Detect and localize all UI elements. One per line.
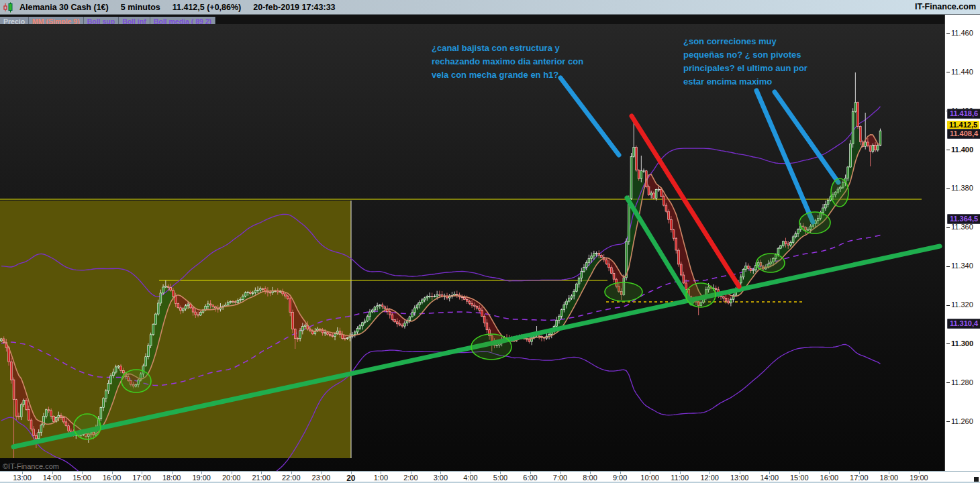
blue-arrow-3[interactable] [775,92,838,182]
x-tick-label: 17:00 [850,474,869,482]
price-chart-svg[interactable] [0,24,944,471]
resize-handle[interactable] [974,477,979,482]
last-price-price-label: 11.412,5 [947,121,979,129]
x-tick-label: 14:00 [43,474,62,482]
tick-label: 11.460 [951,29,973,37]
chart-note-line: ¿son correciones muy [683,35,807,48]
mm9-price-label: 11.408,4 [947,129,980,139]
y-axis-tick: 11.400 [946,146,973,154]
boll-sup-price-label: 11.418,6 [947,109,980,119]
tick-mark [946,343,950,344]
tick-label: 11.400 [951,146,973,154]
instrument-name: Alemania 30 Cash (1€) [19,3,109,12]
x-tick-label: 13:00 [13,474,32,482]
chart-note-line: pequeñas no? ¿ son pivotes [683,48,807,62]
watermark: ©IT-Finance.com [3,462,59,470]
tick-label: 11.300 [951,339,973,347]
pivot-circle[interactable] [686,283,716,307]
tick-mark [946,266,950,267]
pivot-circle[interactable] [799,212,830,233]
chart-note-1[interactable]: ¿canal bajista con estructura yrechazand… [432,42,583,82]
brand-logo: IT-Finance.com [915,2,976,11]
tick-label: 11.380 [951,184,973,192]
tick-label: 11.440 [951,68,973,76]
tick-mark [946,33,950,34]
x-tick-label: 7:00 [553,474,567,482]
x-tick-label: 19:00 [910,474,928,482]
tick-mark [946,227,950,228]
pivot-circle[interactable] [121,370,151,392]
pivot-circle[interactable] [74,414,101,439]
blue-arrow-1[interactable] [560,78,619,155]
y-axis-tick: 11.320 [946,301,973,309]
y-axis-tick: 11.460 [946,29,973,37]
tick-mark [946,150,950,150]
tick-mark [946,305,950,306]
datetime-label: 20-feb-2019 17:43:33 [253,3,335,12]
y-axis-tick: 11.260 [946,417,973,425]
x-tick-label: 13:00 [730,474,749,482]
tick-label: 11.340 [951,262,973,270]
chart-note-line: rechazando maximo dia anterior con [432,55,583,68]
x-tick-label: 4:00 [463,474,477,482]
tick-label: 11.360 [951,223,973,231]
x-tick-label: 1:00 [374,474,388,482]
tick-mark [946,72,950,72]
tick-label: 11.260 [951,417,973,425]
x-tick-label: 6:00 [523,474,537,482]
chart-note-line: vela con mecha grande en h1? [432,68,583,82]
tick-mark [946,421,950,422]
pivot-circle[interactable] [471,334,511,360]
boll-media-price-label: 11.364,5 [947,214,980,224]
tick-label: 11.280 [951,378,973,386]
chart-canvas[interactable]: ¿canal bajista con estructura yrechazand… [0,24,944,471]
x-tick-label: 10:00 [640,474,659,482]
x-tick-label: 19:00 [192,474,211,482]
pivot-circle[interactable] [605,282,642,301]
y-axis-tick: 11.280 [946,378,973,386]
indicator-legend-bar: PrecioMM (Simple 9)Boll supBoll infBoll … [0,15,944,24]
x-tick-label: 20:00 [222,474,241,482]
x-tick-label: 2:00 [403,474,418,482]
x-tick-label: 21:00 [252,474,271,482]
boll-inf-price-label: 11.310,4 [947,319,980,329]
y-axis-tick: 11.380 [946,184,973,192]
x-tick-label: 12:00 [700,474,719,482]
x-tick-label: 14:00 [760,474,779,482]
y-axis-tick: 11.440 [946,68,973,76]
x-tick-label: 8:00 [583,474,597,482]
x-tick-label: 23:00 [312,474,331,482]
chart-note-line: principales? el ultimo aun por [683,62,807,75]
y-axis-tick: 11.340 [946,262,973,270]
pivot-circle[interactable] [831,178,848,207]
x-tick-label: 17:00 [132,474,151,482]
blue-arrow-2[interactable] [756,91,813,222]
x-tick-label: 18:00 [162,474,181,482]
tick-mark [946,382,950,383]
x-tick-label: 22:00 [282,474,301,482]
chart-header-bar: Alemania 30 Cash (1€) 5 minutos 11.412,5… [0,0,980,15]
x-tick-label: 16:00 [103,474,121,482]
chart-note-line: estar encima maximo [683,75,807,89]
y-axis-tick: 11.300 [946,339,973,347]
x-tick-label: 16:00 [820,474,839,482]
x-tick-label: 18:00 [880,474,899,482]
trading-platform: Alemania 30 Cash (1€) 5 minutos 11.412,5… [0,0,980,483]
tick-mark [946,189,950,189]
x-tick-label: 15:00 [790,474,809,482]
pivot-circle[interactable] [756,254,785,272]
timeframe-label: 5 minutos [121,3,160,12]
chart-note-line: ¿canal bajista con estructura y [432,42,583,55]
x-tick-label: 15:00 [72,474,91,482]
price-axis[interactable]: 11.46011.44011.42011.40011.38011.36011.3… [944,15,980,471]
last-price-change: 11.412,5 (+0,86%) [173,3,242,12]
y-axis-tick: 11.360 [946,223,973,231]
chart-note-2[interactable]: ¿son correciones muypequeñas no? ¿ son p… [683,35,807,89]
x-tick-label: 11:00 [671,474,689,482]
candlestick-icon [3,2,14,13]
x-tick-label: 3:00 [434,474,448,482]
tick-label: 11.320 [951,301,973,309]
x-tick-label: 9:00 [613,474,627,482]
x-tick-label: 5:00 [493,474,507,482]
